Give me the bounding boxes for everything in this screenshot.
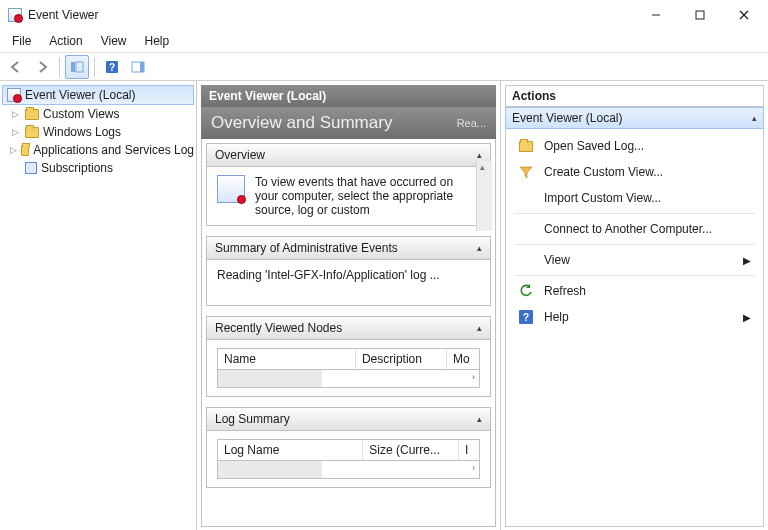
app-icon bbox=[8, 8, 22, 22]
forward-button[interactable] bbox=[30, 55, 54, 79]
expand-icon[interactable]: ▷ bbox=[10, 127, 21, 137]
collapse-icon[interactable]: ▴ bbox=[477, 243, 482, 253]
collapse-icon[interactable]: ▴ bbox=[477, 414, 482, 424]
tree-item-subscriptions[interactable]: Subscriptions bbox=[2, 159, 194, 177]
panel-recent: Recently Viewed Nodes ▴ Name Description… bbox=[206, 316, 491, 397]
column-logname[interactable]: Log Name bbox=[218, 440, 363, 460]
column-modified[interactable]: Mo bbox=[447, 349, 479, 369]
menu-action[interactable]: Action bbox=[41, 32, 90, 50]
help-button[interactable]: ? bbox=[100, 55, 124, 79]
subscriptions-icon bbox=[25, 162, 37, 174]
summary-text: Reading 'Intel-GFX-Info/Application' log… bbox=[217, 268, 440, 282]
recent-columns: Name Description Mo bbox=[217, 348, 480, 370]
expand-icon[interactable]: ▷ bbox=[10, 109, 21, 119]
scroll-right-icon[interactable]: › bbox=[472, 463, 475, 473]
tree-root[interactable]: Event Viewer (Local) bbox=[2, 85, 194, 105]
panel-button[interactable] bbox=[126, 55, 150, 79]
scroll-thumb[interactable] bbox=[218, 370, 322, 387]
event-viewer-icon bbox=[7, 88, 21, 102]
action-help[interactable]: ? Help ▶ bbox=[508, 304, 761, 330]
column-i[interactable]: I bbox=[459, 440, 479, 460]
titlebar: Event Viewer bbox=[0, 0, 768, 30]
event-viewer-icon bbox=[217, 175, 245, 203]
menu-view[interactable]: View bbox=[93, 32, 135, 50]
action-import-custom-view[interactable]: Import Custom View... bbox=[508, 185, 761, 211]
maximize-button[interactable] bbox=[678, 1, 722, 29]
panel-title: Recently Viewed Nodes bbox=[215, 321, 342, 335]
action-view[interactable]: View ▶ bbox=[508, 247, 761, 273]
action-label: Help bbox=[544, 310, 733, 324]
separator bbox=[59, 57, 60, 77]
action-open-saved-log[interactable]: Open Saved Log... bbox=[508, 133, 761, 159]
minimize-button[interactable] bbox=[634, 1, 678, 29]
panel-recent-head[interactable]: Recently Viewed Nodes ▴ bbox=[206, 316, 491, 340]
menu-help[interactable]: Help bbox=[137, 32, 178, 50]
panel-summary-head[interactable]: Summary of Administrative Events ▴ bbox=[206, 236, 491, 260]
recent-scroll[interactable]: ‹ › bbox=[217, 370, 480, 388]
tree-item-app-services-logs[interactable]: ▷ Applications and Services Log bbox=[2, 141, 194, 159]
toolbar: ? bbox=[0, 53, 768, 81]
chevron-right-icon: ▶ bbox=[743, 255, 751, 266]
scroll-right-icon[interactable]: › bbox=[472, 372, 475, 382]
action-connect-computer[interactable]: Connect to Another Computer... bbox=[508, 216, 761, 242]
svg-text:?: ? bbox=[523, 312, 529, 323]
panel-logsummary-head[interactable]: Log Summary ▴ bbox=[206, 407, 491, 431]
tree-item-custom-views[interactable]: ▷ Custom Views bbox=[2, 105, 194, 123]
svg-rect-4 bbox=[71, 62, 75, 72]
menubar: File Action View Help bbox=[0, 30, 768, 52]
expand-icon[interactable]: ▷ bbox=[10, 145, 17, 155]
action-label: View bbox=[544, 253, 733, 267]
panel-title: Log Summary bbox=[215, 412, 290, 426]
center-subheader-text: Overview and Summary bbox=[211, 113, 392, 133]
tree-item-label: Custom Views bbox=[43, 107, 119, 121]
action-label: Connect to Another Computer... bbox=[544, 222, 751, 236]
tree-item-windows-logs[interactable]: ▷ Windows Logs bbox=[2, 123, 194, 141]
column-size[interactable]: Size (Curre... bbox=[363, 440, 459, 460]
tree-item-label: Applications and Services Log bbox=[33, 143, 194, 157]
window-title: Event Viewer bbox=[28, 8, 98, 22]
scroll-thumb[interactable] bbox=[218, 461, 322, 478]
center-pane: Event Viewer (Local) Overview and Summar… bbox=[197, 81, 501, 530]
scrollbar[interactable] bbox=[476, 161, 492, 231]
close-button[interactable] bbox=[722, 1, 766, 29]
separator bbox=[514, 213, 755, 214]
folder-icon bbox=[25, 127, 39, 138]
blank-icon bbox=[518, 221, 534, 237]
action-label: Import Custom View... bbox=[544, 191, 751, 205]
logsummary-columns: Log Name Size (Curre... I bbox=[217, 439, 480, 461]
collapse-icon[interactable]: ▴ bbox=[752, 113, 757, 123]
panel-title: Overview bbox=[215, 148, 265, 162]
panel-overview-head[interactable]: Overview ▴ bbox=[206, 143, 491, 167]
tree-root-label: Event Viewer (Local) bbox=[25, 88, 136, 102]
action-label: Create Custom View... bbox=[544, 165, 751, 179]
blank-icon bbox=[518, 252, 534, 268]
refresh-icon bbox=[518, 283, 534, 299]
logsummary-scroll[interactable]: ‹ › bbox=[217, 461, 480, 479]
separator bbox=[94, 57, 95, 77]
overview-text: To view events that have occurred on you… bbox=[255, 175, 480, 217]
panel-title: Summary of Administrative Events bbox=[215, 241, 398, 255]
chevron-right-icon: ▶ bbox=[743, 312, 751, 323]
column-name[interactable]: Name bbox=[218, 349, 356, 369]
collapse-icon[interactable]: ▴ bbox=[477, 150, 482, 160]
actions-header: Actions bbox=[505, 85, 764, 107]
action-refresh[interactable]: Refresh bbox=[508, 278, 761, 304]
svg-rect-5 bbox=[76, 62, 83, 72]
collapse-icon[interactable]: ▴ bbox=[477, 323, 482, 333]
back-button[interactable] bbox=[4, 55, 28, 79]
actions-subheader[interactable]: Event Viewer (Local) ▴ bbox=[505, 107, 764, 129]
show-tree-button[interactable] bbox=[65, 55, 89, 79]
action-create-custom-view[interactable]: Create Custom View... bbox=[508, 159, 761, 185]
panel-logsummary: Log Summary ▴ Log Name Size (Curre... I … bbox=[206, 407, 491, 488]
tree-item-label: Subscriptions bbox=[41, 161, 113, 175]
menu-file[interactable]: File bbox=[4, 32, 39, 50]
blank-icon bbox=[518, 190, 534, 206]
separator bbox=[514, 275, 755, 276]
column-description[interactable]: Description bbox=[356, 349, 447, 369]
actions-subheader-label: Event Viewer (Local) bbox=[512, 111, 623, 125]
svg-text:?: ? bbox=[109, 62, 115, 73]
center-subheader: Overview and Summary Rea... bbox=[201, 107, 496, 139]
separator bbox=[514, 244, 755, 245]
action-label: Open Saved Log... bbox=[544, 139, 751, 153]
help-icon: ? bbox=[518, 309, 534, 325]
